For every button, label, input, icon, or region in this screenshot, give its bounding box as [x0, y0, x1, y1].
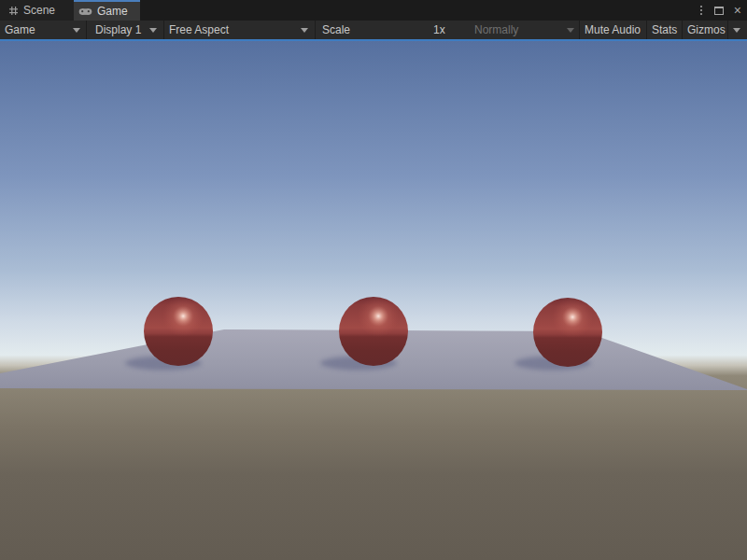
view-mode-label: Game — [5, 23, 35, 36]
aspect-ratio-dropdown[interactable]: Free Aspect — [169, 21, 229, 39]
view-mode-dropdown[interactable]: Game — [5, 21, 35, 39]
toolbar-separator — [86, 21, 87, 39]
menu-kebab-icon[interactable] — [698, 4, 704, 17]
game-view-toolbar: Game Display 1 Free Aspect Scale 1x Norm… — [0, 21, 747, 39]
toolbar-separator — [727, 21, 728, 39]
chevron-down-icon — [567, 28, 574, 33]
scale-value: 1x — [433, 21, 445, 39]
chevron-down-icon[interactable] — [149, 28, 157, 33]
toolbar-separator — [163, 21, 164, 39]
display-label: Display 1 — [95, 23, 141, 36]
gamepad-icon — [78, 7, 92, 17]
maximize-icon[interactable] — [714, 7, 724, 15]
game-scene-svg — [0, 41, 747, 560]
mute-audio-button[interactable]: Mute Audio — [585, 21, 641, 39]
game-render-viewport[interactable] — [0, 41, 747, 560]
window-controls: × — [698, 0, 747, 21]
tab-scene[interactable]: Scene — [0, 0, 74, 21]
toolbar-separator — [646, 21, 647, 39]
toolbar-separator — [579, 21, 580, 39]
tab-bar: Scene Game × — [0, 0, 747, 21]
sphere-specular-highlight — [533, 298, 602, 367]
close-icon[interactable]: × — [734, 4, 741, 17]
chevron-down-icon[interactable] — [73, 28, 80, 33]
toolbar-separator — [682, 21, 683, 39]
tab-scene-label: Scene — [23, 4, 55, 17]
sphere-specular-highlight — [144, 297, 213, 366]
grid-icon — [8, 6, 19, 16]
chevron-down-icon[interactable] — [301, 28, 308, 33]
maximize-on-play-label: Normally — [474, 23, 518, 36]
sphere-specular-highlight — [339, 297, 408, 366]
stats-button[interactable]: Stats — [652, 21, 677, 39]
display-dropdown[interactable]: Display 1 — [95, 21, 141, 39]
tab-game-label: Game — [97, 5, 128, 18]
tab-game[interactable]: Game — [74, 0, 140, 21]
maximize-on-play-dropdown[interactable]: Normally — [474, 21, 518, 39]
gizmos-button[interactable]: Gizmos — [687, 21, 726, 39]
unity-game-window: Scene Game × Game Display 1 — [0, 0, 747, 560]
chevron-down-icon[interactable] — [733, 28, 740, 33]
scale-label: Scale — [322, 21, 350, 39]
aspect-ratio-label: Free Aspect — [169, 23, 229, 36]
toolbar-separator — [315, 21, 316, 39]
